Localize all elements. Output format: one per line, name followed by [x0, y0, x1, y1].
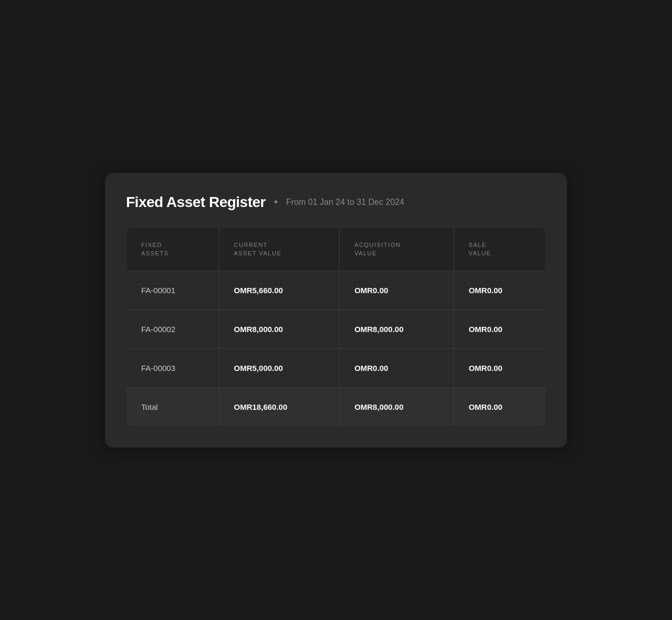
- acquisition-value: OMR8,000.00: [340, 309, 454, 348]
- table-header-row: FIXEDASSETS CURRENTASSET VALUE ACQUISITI…: [127, 228, 546, 271]
- date-separator: •: [274, 196, 278, 208]
- asset-table: FIXEDASSETS CURRENTASSET VALUE ACQUISITI…: [126, 228, 546, 427]
- col-header-fixed-assets: FIXEDASSETS: [127, 228, 219, 271]
- sale-value: OMR0.00: [454, 309, 545, 348]
- current-asset-value: OMR5,000.00: [219, 348, 340, 387]
- table-row: FA-00001 OMR5,660.00 OMR0.00 OMR0.00: [127, 271, 546, 309]
- report-card: Fixed Asset Register • From 01 Jan 24 to…: [105, 173, 567, 448]
- total-label: Total: [127, 387, 219, 426]
- asset-id: FA-00001: [127, 271, 219, 309]
- asset-id: FA-00003: [127, 348, 219, 387]
- total-row: Total OMR18,660.00 OMR8,000.00 OMR0.00: [127, 387, 546, 426]
- total-sale-value: OMR0.00: [454, 387, 545, 426]
- col-header-acquisition-value: ACQUISITIONVALUE: [340, 228, 454, 271]
- asset-id: FA-00002: [127, 309, 219, 348]
- table-row: FA-00002 OMR8,000.00 OMR8,000.00 OMR0.00: [127, 309, 546, 348]
- acquisition-value: OMR0.00: [340, 348, 454, 387]
- report-date-range: From 01 Jan 24 to 31 Dec 2024: [286, 198, 404, 207]
- current-asset-value: OMR5,660.00: [219, 271, 340, 309]
- report-header: Fixed Asset Register • From 01 Jan 24 to…: [126, 194, 546, 211]
- report-title: Fixed Asset Register: [126, 194, 266, 211]
- col-header-sale-value: SALEVALUE: [454, 228, 545, 271]
- current-asset-value: OMR8,000.00: [219, 309, 340, 348]
- sale-value: OMR0.00: [454, 348, 545, 387]
- total-acquisition-value: OMR8,000.00: [340, 387, 454, 426]
- table-row: FA-00003 OMR5,000.00 OMR0.00 OMR0.00: [127, 348, 546, 387]
- total-current-asset-value: OMR18,660.00: [219, 387, 340, 426]
- acquisition-value: OMR0.00: [340, 271, 454, 309]
- sale-value: OMR0.00: [454, 271, 545, 309]
- col-header-current-asset-value: CURRENTASSET VALUE: [219, 228, 340, 271]
